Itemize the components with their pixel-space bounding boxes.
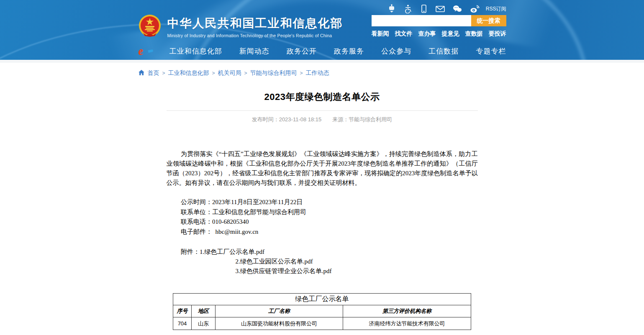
table-header-cell: 工厂名称 [216,305,343,317]
contact-info-line-1: 公示时间：2023年11月8日至2023年11月22日 [167,197,478,207]
header-bottom-strip [0,60,644,63]
contact-info-line-4: 电子邮件： hbc@miit.gov.cn [167,227,478,237]
breadcrumb-separator: > [162,70,165,76]
breadcrumb-separator: > [212,70,215,76]
article: 2023年度绿色制造名单公示 发布时间：2023-11-08 18:15来源：节… [167,91,478,330]
breadcrumb-separator: > [244,70,247,76]
attachment-link[interactable]: 3.绿色供应链管理企业公示名单.pdf [236,266,478,276]
publish-time: 2023-11-08 18:15 [279,116,322,123]
contact-info-block: 公示时间：2023年11月8日至2023年11月22日联系单位：工业和信息化部节… [167,197,478,237]
nav-item-1[interactable]: 工业和信息化部 [169,46,222,56]
quick-link-3[interactable]: 查办事 [418,30,436,38]
search-area: 统一搜索 看新闻找文件查办事提意见查数据要投诉 [372,15,506,38]
weibo-icon[interactable] [470,4,480,13]
attachments-label: 附件： [181,248,200,255]
mascot-robot-icon[interactable] [387,4,396,13]
accessibility-icon[interactable] [403,4,413,13]
breadcrumb-item-2[interactable]: 工业和信息化部 [168,69,209,77]
quick-link-4[interactable]: 提意见 [442,30,459,38]
attachment-link[interactable]: 1.绿色工厂公示名单.pdf [200,248,264,255]
mail-icon[interactable] [435,4,445,13]
site-header: RSS订阅 中华人民共和国工业和信息化 [0,0,644,60]
breadcrumb: 首页>工业和信息化部>机关司局>节能与综合利用司>工作动态 [138,69,506,77]
nav-item-6[interactable]: 工信数据 [428,46,459,56]
quick-link-5[interactable]: 查数据 [465,30,483,38]
gov-e-logo-icon[interactable]: e [138,45,152,57]
table-header-cell: 序号 [173,305,192,317]
nav-item-7[interactable]: 专题专栏 [476,46,506,56]
table-cell: 山东国瓷功能材料股份有限公司 [216,317,343,330]
article-meta: 发布时间：2023-11-08 18:15来源：节能与综合利用司 [167,116,478,123]
table-cell: 济南经纬方达节能技术有限公司 [343,317,471,330]
table-title: 绿色工厂公示名单 [173,294,471,305]
nav-item-2[interactable]: 新闻动态 [239,46,269,56]
quick-link-1[interactable]: 看新闻 [372,30,389,38]
table-cell: 704 [173,317,192,330]
contact-info-line-2: 联系单位：工业和信息化部节能与综合利用司 [167,207,478,217]
wechat-icon[interactable] [452,4,462,13]
breadcrumb-item-1[interactable]: 首页 [148,69,159,77]
rss-subscribe-link[interactable]: RSS订阅 [486,5,506,13]
publish-time-label: 发布时间： [252,116,279,123]
nav-item-4[interactable]: 政务服务 [334,46,364,56]
national-emblem-icon [138,14,162,39]
breadcrumb-separator: > [300,70,303,76]
mobile-icon[interactable] [420,4,428,13]
nav-item-3[interactable]: 政务公开 [287,46,317,56]
quick-links: 看新闻找文件查办事提意见查数据要投诉 [372,30,506,38]
source-value: 节能与综合利用司 [349,116,392,123]
breadcrumb-item-4[interactable]: 节能与综合利用司 [250,69,297,77]
topbar: RSS订阅 [138,0,506,13]
table-row: 704山东山东国瓷功能材料股份有限公司济南经纬方达节能技术有限公司 [173,317,471,330]
table-header-cell: 第三方评价机构名称 [343,305,471,317]
table-header-cell: 地区 [192,305,216,317]
contact-info-line-3: 联系电话：010-68205340 [167,217,478,227]
search-input[interactable] [372,15,471,26]
green-factory-table: 绿色工厂公示名单 序号地区工厂名称第三方评价机构名称 704山东山东国瓷功能材料… [173,293,471,330]
breadcrumb-item-3[interactable]: 机关司局 [218,69,241,77]
quick-link-2[interactable]: 找文件 [395,30,413,38]
home-icon[interactable] [138,69,145,77]
breadcrumb-item-5[interactable]: 工作动态 [306,69,329,77]
source-label: 来源： [332,116,349,123]
main-nav: e 工业和信息化部新闻动态政务公开政务服务公众参与工信数据专题专栏 [138,44,506,58]
quick-link-6[interactable]: 要投诉 [489,30,506,38]
article-title: 2023年度绿色制造名单公示 [167,91,478,103]
site-title: 中华人民共和国工业和信息化部 [167,15,343,31]
attachments-block: 附件：1.绿色工厂公示名单.pdf 2.绿色工业园区公示名单.pdf 3.绿色供… [167,247,478,276]
ministry-brand[interactable]: 中华人民共和国工业和信息化部 Ministry of Industry and … [138,14,343,39]
table-cell: 山东 [192,317,216,330]
site-subtitle: Ministry of Industry and Information Tec… [167,33,343,38]
title-divider [167,110,478,111]
nav-item-5[interactable]: 公众参与 [381,46,411,56]
attachment-link[interactable]: 2.绿色工业园区公示名单.pdf [236,257,478,266]
unified-search-button[interactable]: 统一搜索 [471,15,506,26]
article-paragraph: 为贯彻落实《“十四五”工业绿色发展规划》《工业领域碳达峰实施方案》，持续完善绿色… [167,149,478,188]
